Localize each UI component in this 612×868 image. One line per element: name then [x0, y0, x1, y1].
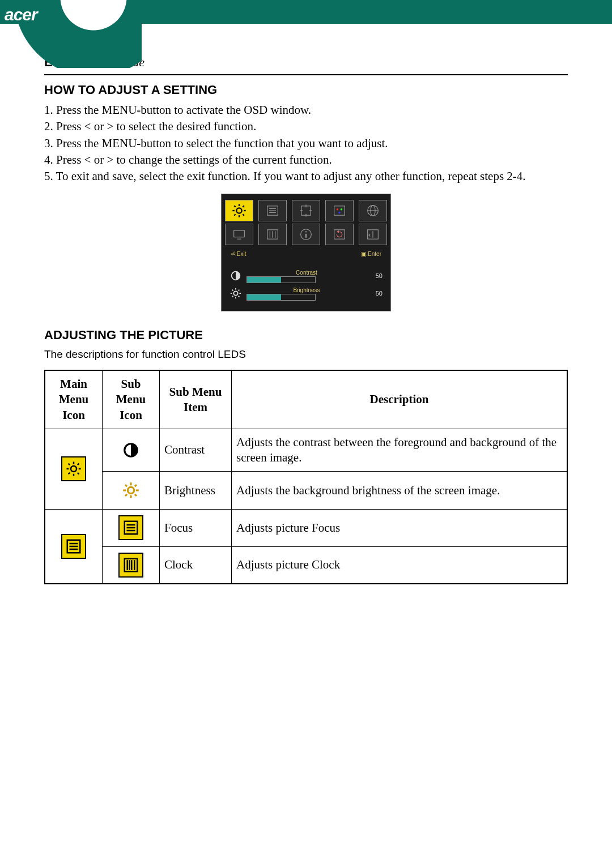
steps-list: 1. Press the MENU-button to activate the… [44, 102, 568, 184]
svg-line-55 [69, 473, 70, 474]
section-how-to-adjust: HOW TO ADJUST A SETTING [44, 82, 568, 99]
osd-row-1 [225, 200, 387, 221]
table-row: Clock Adjusts picture Clock [45, 546, 567, 584]
sun-icon [65, 460, 82, 477]
osd-contrast-slider[interactable] [246, 276, 316, 283]
svg-line-53 [69, 464, 70, 465]
svg-line-8 [243, 206, 244, 207]
item-clock: Clock [160, 546, 232, 584]
osd-contrast-value: 50 [371, 272, 382, 280]
osd-tab-4[interactable] [325, 200, 354, 221]
hlines-icon [65, 538, 82, 555]
th-sub-icon: Sub Menu Icon [103, 370, 160, 429]
focus-icon-box [118, 515, 143, 540]
svg-line-44 [232, 290, 233, 291]
svg-point-58 [128, 488, 134, 494]
osd-sliders: Contrast 50 Brightness 50 [225, 261, 387, 307]
osd-tab-6[interactable] [225, 224, 253, 245]
osd-contrast-label: Contrast [246, 269, 367, 276]
svg-rect-34 [334, 230, 345, 239]
brightness-outline-icon [122, 482, 139, 499]
osd-exit-hint: ⏎:Exit [231, 250, 246, 258]
osd-brightness-label: Brightness [246, 287, 367, 294]
step-2: 2. Press < or > to select the desired fu… [44, 119, 568, 134]
osd-tab-8[interactable] [292, 224, 320, 245]
svg-point-19 [337, 208, 339, 211]
svg-line-47 [239, 290, 240, 291]
osd-tab-9[interactable] [325, 224, 354, 245]
osd-tab-7[interactable] [258, 224, 287, 245]
sun-icon [231, 203, 247, 219]
svg-rect-13 [301, 206, 311, 215]
table-row: Focus Adjusts picture Focus [45, 510, 567, 546]
monitor-icon [231, 226, 247, 242]
svg-line-56 [78, 464, 79, 465]
osd-tab-3[interactable] [292, 200, 320, 221]
function-table: Main Menu Icon Sub Menu Icon Sub Menu It… [44, 370, 568, 584]
svg-line-5 [234, 206, 235, 207]
table-row: Contrast Adjusts the contrast between th… [45, 429, 567, 472]
svg-line-66 [135, 485, 137, 486]
bars-icon [265, 226, 280, 242]
svg-point-39 [233, 292, 237, 296]
item-focus: Focus [160, 510, 232, 546]
table-row: Brightness Adjusts the background bright… [45, 472, 567, 510]
svg-point-0 [236, 208, 241, 213]
svg-rect-18 [334, 206, 345, 215]
svg-line-65 [125, 494, 127, 496]
vlines-icon [122, 557, 139, 574]
table-header-row: Main Menu Icon Sub Menu Icon Sub Menu It… [45, 370, 567, 429]
desc-clock: Adjusts picture Clock [232, 546, 568, 584]
item-contrast: Contrast [160, 429, 232, 472]
info-icon [298, 226, 314, 242]
reset-icon [332, 226, 347, 242]
osd-panel: ⏎:Exit ▣:Enter Contrast 50 [221, 194, 391, 311]
sub-icon-brightness [103, 472, 160, 510]
contrast-icon-box [118, 437, 144, 463]
svg-line-6 [243, 214, 244, 215]
svg-line-63 [125, 485, 127, 486]
focus-icon [122, 519, 139, 536]
page-content: E-10 User's Guide HOW TO ADJUST A SETTIN… [0, 34, 612, 584]
contrast-icon [230, 270, 242, 282]
header-rule [44, 74, 568, 75]
brand-logo: acer [5, 3, 37, 25]
svg-point-20 [341, 208, 343, 211]
desc-focus: Adjusts picture Focus [232, 510, 568, 546]
step-3: 3. Press the MENU-button to select the f… [44, 136, 568, 151]
main-icon-image [45, 510, 103, 584]
page: acer E-10 User's Guide HOW TO ADJUST A S… [0, 0, 612, 868]
osd-row-2 [225, 224, 387, 245]
step-4: 4. Press < or > to change the settings o… [44, 152, 568, 168]
svg-line-46 [232, 296, 233, 297]
svg-rect-25 [234, 230, 245, 237]
osd-enter-hint: ▣:Enter [361, 250, 381, 258]
step-1: 1. Press the MENU-button to activate the… [44, 102, 568, 118]
main-icon-brightness [45, 429, 103, 510]
osd-figure: ⏎:Exit ▣:Enter Contrast 50 [44, 194, 568, 311]
contrast-icon [122, 442, 139, 459]
step-5: 5. To exit and save, select the exit fun… [44, 169, 568, 184]
clock-icon-box [118, 553, 143, 578]
svg-line-64 [135, 494, 137, 496]
sub-icon-focus [103, 510, 160, 546]
svg-point-21 [338, 211, 341, 213]
brightness-icon [230, 287, 242, 300]
desc-contrast: Adjusts the contrast between the foregro… [232, 429, 568, 472]
osd-tab-2[interactable] [258, 200, 287, 221]
svg-line-7 [234, 214, 235, 215]
osd-brightness-slider[interactable] [246, 294, 316, 301]
osd-brightness-row: Brightness 50 [230, 287, 382, 301]
position-icon [298, 203, 314, 219]
lines-icon [265, 203, 280, 219]
sub-icon-contrast [103, 429, 160, 472]
osd-brightness-tab[interactable] [225, 200, 253, 221]
image-icon-box [61, 534, 86, 559]
color-icon [332, 203, 347, 219]
exit-icon [365, 226, 381, 242]
osd-tab-5[interactable] [359, 200, 387, 221]
svg-line-54 [78, 473, 79, 474]
osd-tab-10[interactable] [359, 224, 387, 245]
th-description: Description [232, 370, 568, 429]
section2-subtext: The descriptions for function control LE… [44, 348, 568, 362]
